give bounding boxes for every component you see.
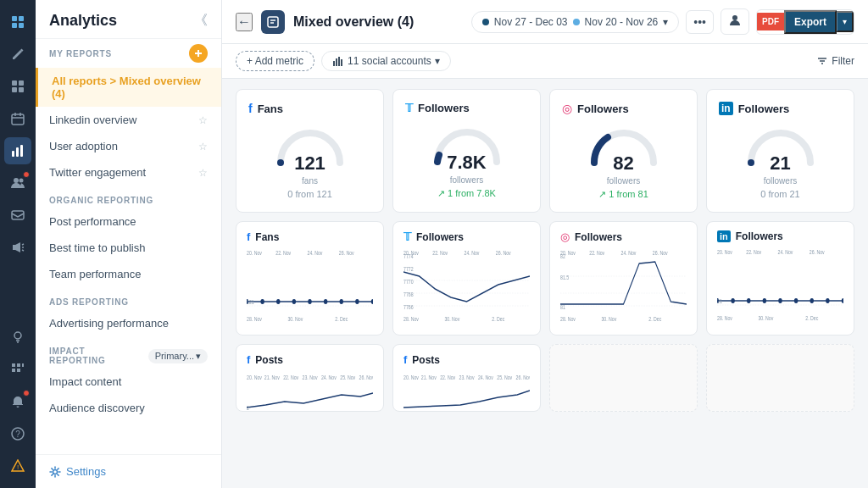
inbox-icon[interactable] xyxy=(4,202,31,229)
gauge-metric-row: f Fans 121 fans 0 from 121 𝕋 Followers xyxy=(236,89,854,213)
svg-text:26. Nov: 26. Nov xyxy=(810,248,826,255)
impact-section-header: IMPACT REPORTING Primary... ▾ xyxy=(36,336,221,369)
metric-change: 0 from 21 xyxy=(760,189,799,199)
chart-card-twitter-followers: 𝕋 Followers 20. Nov 22. Nov 24. Nov 26. … xyxy=(392,221,541,336)
svg-rect-37 xyxy=(268,17,278,27)
calendar-icon[interactable] xyxy=(4,105,31,132)
sidebar-item-post-performance[interactable]: Post performance xyxy=(36,208,221,235)
sidebar-item-mixed-overview[interactable]: All reports > Mixed overview (4) xyxy=(36,68,221,107)
add-metric-button[interactable]: + Add metric xyxy=(236,51,314,71)
svg-text:!: ! xyxy=(17,463,19,471)
filter-button[interactable]: Filter xyxy=(816,55,854,67)
metric-value: 82 xyxy=(613,152,633,175)
svg-rect-12 xyxy=(12,151,14,157)
help-icon[interactable]: ? xyxy=(4,420,31,447)
sidebar-item-label: Best time to publish xyxy=(49,241,145,254)
sidebar-item-team-performance[interactable]: Team performance xyxy=(36,261,221,287)
posts-card-empty-2 xyxy=(706,344,854,412)
add-report-button[interactable] xyxy=(189,44,208,63)
bulb-icon[interactable] xyxy=(4,324,31,351)
people-badge xyxy=(23,171,30,178)
share-button[interactable] xyxy=(721,8,749,35)
posts-row: f Posts 20. Nov 21. Nov 22. Nov 23. Nov … xyxy=(236,344,854,412)
active-item-label: All reports > Mixed overview (4) xyxy=(52,75,208,100)
svg-text:30. Nov: 30. Nov xyxy=(444,315,460,322)
metric-sub: followers xyxy=(450,175,483,185)
svg-rect-13 xyxy=(16,147,19,157)
svg-rect-1 xyxy=(19,16,24,21)
analytics-main-icon[interactable] xyxy=(4,137,31,164)
svg-text:23. Nov: 23. Nov xyxy=(459,374,476,380)
chart-title: Followers xyxy=(575,231,622,243)
pdf-label: PDF xyxy=(757,13,784,30)
metric-card-twitter-followers: 𝕋 Followers 7.8K followers ↗ 1 from 7.8K xyxy=(392,89,541,213)
svg-rect-6 xyxy=(12,87,17,92)
svg-text:24. Nov: 24. Nov xyxy=(308,249,324,256)
instagram-chart-icon: ◎ xyxy=(560,230,570,243)
svg-text:28. Nov: 28. Nov xyxy=(247,315,263,322)
svg-text:82: 82 xyxy=(560,252,565,259)
sidebar-item-label: Audience discovery xyxy=(49,402,145,414)
svg-rect-44 xyxy=(341,59,342,66)
svg-text:24. Nov: 24. Nov xyxy=(778,248,794,255)
more-options-button[interactable]: ••• xyxy=(686,10,714,34)
svg-rect-29 xyxy=(17,369,20,372)
export-caret-button[interactable]: ▾ xyxy=(837,11,854,32)
accounts-button[interactable]: 11 social accounts ▾ xyxy=(321,51,451,71)
svg-text:7774: 7774 xyxy=(403,252,414,259)
svg-rect-5 xyxy=(19,80,24,86)
metric-name: Followers xyxy=(418,102,470,114)
logo-icon[interactable] xyxy=(4,8,31,36)
facebook-posts-chart-2: 20. Nov 21. Nov 22. Nov 23. Nov 24. Nov … xyxy=(403,369,530,412)
svg-text:21. Nov: 21. Nov xyxy=(421,374,437,380)
bell-icon[interactable] xyxy=(4,388,31,415)
organic-section-label: ORGANIC REPORTING xyxy=(36,186,221,208)
sidebar-item-linkedin-overview[interactable]: Linkedin overview ☆ xyxy=(36,107,221,133)
sidebar-item-label: Linkedin overview xyxy=(49,114,136,126)
sidebar-item-advertising[interactable]: Advertising performance xyxy=(36,310,221,336)
date-range-button[interactable]: Nov 27 - Dec 03 Nov 20 - Nov 26 ▾ xyxy=(471,11,679,33)
compose-icon[interactable] xyxy=(4,41,31,68)
svg-text:26. Nov: 26. Nov xyxy=(496,249,512,256)
svg-text:28. Nov: 28. Nov xyxy=(403,315,420,322)
svg-point-54 xyxy=(260,299,264,304)
secondary-date-label: Nov 20 - Nov 26 xyxy=(585,16,659,28)
star-icon: ☆ xyxy=(198,141,208,152)
facebook-posts-chart-1: 20. Nov 21. Nov 22. Nov 23. Nov 24. Nov … xyxy=(247,369,373,412)
metric-sub: followers xyxy=(764,176,797,186)
sidebar-item-twitter-engagement[interactable]: Twitter engagement ☆ xyxy=(36,159,221,186)
sidebar-item-user-adoption[interactable]: User adoption ☆ xyxy=(36,133,221,159)
svg-text:26. Nov: 26. Nov xyxy=(339,249,355,256)
grid-icon[interactable] xyxy=(4,73,31,100)
impact-dropdown[interactable]: Primary... ▾ xyxy=(148,349,208,363)
apps-icon[interactable] xyxy=(4,356,31,383)
chart-title: Followers xyxy=(736,230,783,242)
sidebar-collapse-button[interactable]: 《 xyxy=(194,12,208,30)
back-button[interactable]: ← xyxy=(236,13,253,31)
metric-change: ↗ 1 from 7.8K xyxy=(437,188,496,199)
svg-rect-28 xyxy=(12,369,15,372)
posts-card-header: f Posts xyxy=(247,353,373,366)
megaphone-icon[interactable] xyxy=(4,234,31,261)
sidebar-item-impact-content[interactable]: Impact content xyxy=(36,369,221,395)
export-button[interactable]: Export xyxy=(784,10,837,34)
sidebar-item-audience-discovery[interactable]: Audience discovery xyxy=(36,395,221,421)
settings-row[interactable]: Settings xyxy=(36,454,221,488)
svg-line-19 xyxy=(22,244,24,245)
secondary-date-dot xyxy=(573,19,580,25)
main-content: ← Mixed overview (4) Nov 27 - Dec 03 Nov… xyxy=(222,0,868,488)
primary-date-label: Nov 27 - Dec 03 xyxy=(494,16,568,28)
twitter-chart-icon: 𝕋 xyxy=(403,230,411,243)
sidebar-item-best-time[interactable]: Best time to publish xyxy=(36,235,221,261)
my-reports-section-header: MY REPORTS xyxy=(36,39,221,68)
bell-badge xyxy=(23,390,30,396)
sidebar-item-label: Twitter engagement xyxy=(49,166,146,179)
svg-text:7766: 7766 xyxy=(403,303,414,310)
svg-text:2. Dec: 2. Dec xyxy=(492,315,504,322)
topbar-left: ← Mixed overview (4) xyxy=(236,10,414,34)
svg-point-103 xyxy=(778,298,782,303)
warning-icon[interactable]: ! xyxy=(4,452,31,480)
people-icon[interactable] xyxy=(4,169,31,197)
metric-sub: followers xyxy=(607,176,640,186)
svg-text:2. Dec: 2. Dec xyxy=(648,315,661,322)
